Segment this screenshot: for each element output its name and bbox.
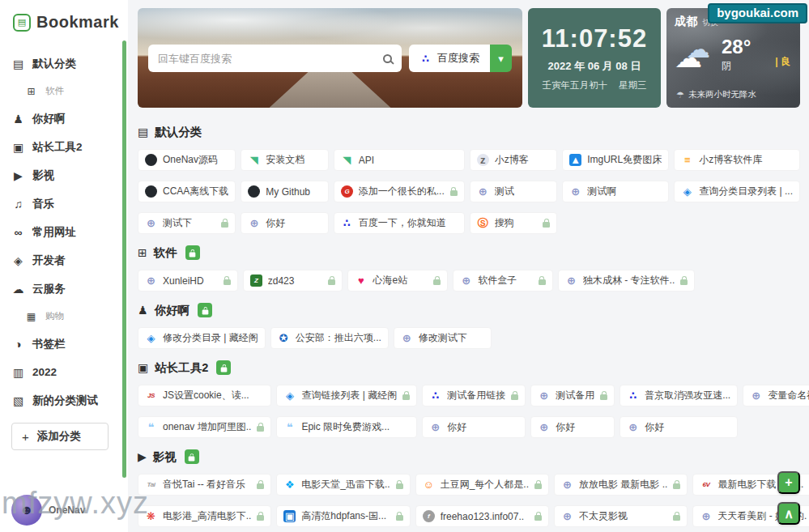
bookmark-card[interactable]: f freehao123.info07.. bbox=[415, 505, 549, 527]
bookmark-card[interactable]: ⊕ 你好 bbox=[620, 416, 738, 438]
sidebar-item-developers[interactable]: ◈ 开发者 bbox=[11, 246, 120, 275]
sidebar-item-common-sites[interactable]: ∞ 常用网址 bbox=[11, 218, 120, 246]
bookmark-card[interactable]: ⊕ 你好 bbox=[530, 416, 615, 438]
sidebar-item-webmaster-tools-2[interactable]: ▣ 站长工具2 bbox=[11, 133, 120, 161]
clock-lunar-date: 壬寅年五月初十 bbox=[543, 79, 608, 92]
sidebar-item-movies[interactable]: ▶ 影视 bbox=[11, 161, 120, 189]
bookmark-card[interactable]: OneNav源码 bbox=[138, 149, 236, 171]
bookmark-title: 修改分类目录 | 藏经阁 bbox=[163, 331, 258, 345]
bookmark-card[interactable]: JS JS设置cookie、读... bbox=[138, 385, 271, 406]
bookmark-card[interactable]: G 添加一个很长的私... bbox=[334, 181, 465, 202]
globe-favicon-icon: ⊕ bbox=[569, 185, 581, 198]
bookmark-card[interactable]: ❝ Epic 限时免费游戏... bbox=[276, 416, 417, 438]
search-box bbox=[148, 45, 402, 72]
engine-button[interactable]: ∴ 百度搜索 bbox=[409, 45, 490, 72]
bookmark-card[interactable]: ∴ 百度一下，你就知道 bbox=[334, 212, 465, 234]
heart-favicon-icon: ♥ bbox=[355, 275, 367, 287]
bookmark-card[interactable]: ⊕ 测试备用 bbox=[530, 385, 615, 406]
bookmark-card[interactable]: ▲ ImgURL免费图床 bbox=[562, 149, 669, 171]
bookmark-card[interactable]: ⊕ 测试下 bbox=[138, 212, 236, 234]
cart-icon: ▦ bbox=[24, 311, 38, 322]
diamond-favicon-icon: ◈ bbox=[145, 332, 157, 344]
bookmark-title: 测试啊 bbox=[587, 185, 662, 198]
bookmark-card[interactable]: ⊕ 放放电影 最新电影 .. bbox=[554, 474, 688, 496]
bookmark-card[interactable]: ⊕ 你好 bbox=[241, 212, 328, 234]
private-lock-icon bbox=[433, 276, 441, 285]
bookmark-card[interactable]: ∴ 普京取消强攻亚速... bbox=[620, 385, 738, 406]
bookmark-title: CCAA离线下载 bbox=[163, 185, 228, 198]
globe-favicon-icon: ⊕ bbox=[538, 421, 550, 433]
engine-dropdown-button[interactable]: ▾ bbox=[490, 45, 512, 72]
weather-condition: 阴 bbox=[722, 59, 751, 73]
bookmark-card[interactable]: ◥ 安装文档 bbox=[241, 149, 328, 171]
weather-forecast-text: 未来两小时无降水 bbox=[688, 89, 756, 100]
sidebar-item-default[interactable]: ▤ 默认分类 bbox=[11, 49, 120, 78]
bookmark-card[interactable]: ◈ 修改分类目录 | 藏经阁 bbox=[138, 327, 266, 349]
bookmark-card[interactable]: ⊕ 软件盒子 bbox=[453, 270, 553, 292]
bookmark-title: 土豆网_每个人都是.. bbox=[441, 478, 529, 492]
sidebar-item-shopping[interactable]: ▦ 购物 bbox=[11, 303, 120, 330]
bookmark-card[interactable]: ⊕ 测试啊 bbox=[562, 181, 669, 202]
link-grid: Tai 音悦Tai -- 看好音乐 ❖ 电影天堂_迅雷下载.. ☺ 土豆网_每个… bbox=[138, 474, 800, 527]
sidebar-item-bookmarks-bar[interactable]: ◑ 书签栏 bbox=[11, 330, 120, 358]
sections: ▤ 默认分类 OneNav源码 ◥ 安装文档 ◥ API z 小z博客 ▲ Im… bbox=[138, 125, 800, 527]
bookmark-card[interactable]: ⊕ 修改测试下 bbox=[394, 327, 492, 349]
sidebar-scrollbar-thumb[interactable] bbox=[122, 40, 126, 478]
bookmark-card[interactable]: ❖ 电影天堂_迅雷下载.. bbox=[276, 474, 410, 496]
engine-label: 百度搜索 bbox=[437, 51, 479, 66]
watermark-bottom-left: mfzyw.xyz bbox=[2, 486, 149, 521]
zblog-favicon-icon: z bbox=[477, 154, 489, 166]
bookmark-card[interactable]: ⊕ 变量命名神器 bbox=[743, 385, 809, 406]
bookmark-title: 变量命名神器 bbox=[768, 389, 809, 402]
back-to-top-fab[interactable]: ∧ bbox=[777, 502, 800, 525]
private-lock-icon bbox=[224, 276, 231, 285]
bookmark-card[interactable]: ☺ 土豆网_每个人都是.. bbox=[415, 474, 549, 496]
sidebar-item-music[interactable]: ♫ 音乐 bbox=[11, 189, 120, 218]
add-link-fab[interactable]: + bbox=[777, 471, 800, 494]
category-title: 你好啊 bbox=[155, 303, 190, 318]
private-lock-icon bbox=[673, 512, 680, 521]
penguin-icon: ♟ bbox=[138, 304, 148, 317]
umbrella-icon: ☂ bbox=[676, 90, 684, 100]
tudou-favicon-icon: ☺ bbox=[423, 479, 435, 491]
bookmark-card[interactable]: ❝ onenav 增加阿里图.. bbox=[138, 416, 271, 438]
add-category-button[interactable]: + 添加分类 bbox=[11, 423, 109, 450]
bookmark-card[interactable]: ◈ 查询链接列表 | 藏经阁 bbox=[276, 385, 417, 406]
search-icon[interactable] bbox=[383, 54, 392, 63]
category-lock-badge bbox=[185, 449, 199, 464]
bookmark-card[interactable]: ⊕ 测试 bbox=[470, 181, 557, 202]
search-input[interactable] bbox=[158, 53, 377, 65]
bookmark-card[interactable]: ⊕ 你好 bbox=[422, 416, 526, 438]
bookmark-card[interactable]: Z zd423 bbox=[243, 270, 343, 292]
bookmark-card[interactable]: ◥ API bbox=[334, 149, 465, 171]
private-lock-icon bbox=[328, 276, 335, 285]
sidebar-item-new-category-test[interactable]: ▧ 新的分类测试 bbox=[11, 386, 120, 415]
category-section: ⊞ 软件 ⊕ XunleiHD Z zd423 ♥ 心海e站 ⊕ 软件盒子 ⊕ … bbox=[138, 245, 800, 292]
bookmark-card[interactable]: ◈ 查询分类目录列表 | ... bbox=[674, 181, 800, 202]
sidebar-item-2022[interactable]: ▥ 2022 bbox=[11, 358, 120, 386]
bookmark-title: 测试下 bbox=[163, 216, 215, 230]
sidebar-item-software[interactable]: ⊞ 软件 bbox=[11, 78, 120, 104]
bookmark-card[interactable]: Tai 音悦Tai -- 看好音乐 bbox=[138, 474, 271, 496]
bookmark-card[interactable]: z 小z博客 bbox=[470, 149, 557, 171]
penguin-icon: ♟ bbox=[11, 113, 25, 126]
sidebar-item-hello[interactable]: ♟ 你好啊 bbox=[11, 104, 120, 133]
bookmark-card[interactable]: Ⓢ 搜狗 bbox=[470, 212, 557, 234]
sidebar-item-cloud-services[interactable]: ☁ 云服务 bbox=[11, 275, 120, 303]
bookmark-card[interactable]: ⊕ 独木成林 - 专注软件.. bbox=[558, 270, 695, 292]
developer-icon: ◈ bbox=[11, 254, 25, 267]
bookmark-card[interactable]: My Github bbox=[241, 181, 328, 202]
bookmark-title: 独木成林 - 专注软件.. bbox=[583, 274, 675, 287]
bookmark-card[interactable]: ⊕ 不太灵影视 bbox=[554, 505, 688, 527]
bookmark-card[interactable]: ▣ 高清范hdpfans-国... bbox=[276, 505, 410, 527]
bookmark-card[interactable]: ⊕ XunleiHD bbox=[138, 270, 238, 292]
bookmark-card[interactable]: ♥ 心海e站 bbox=[347, 270, 448, 292]
bookmark-title: 公安部：推出六项... bbox=[296, 331, 381, 345]
zd423-favicon-icon: Z bbox=[250, 275, 262, 287]
bookmark-card[interactable]: ❋ 电影港_高清电影下.. bbox=[138, 505, 271, 527]
lock-icon bbox=[220, 367, 227, 372]
bookmark-card[interactable]: CCAA离线下载 bbox=[138, 181, 236, 202]
bookmark-card[interactable]: ∴ 测试备用链接 bbox=[422, 385, 526, 406]
bookmark-card[interactable]: ✪ 公安部：推出六项... bbox=[270, 327, 389, 349]
bookmark-card[interactable]: ≡ 小z博客软件库 bbox=[674, 149, 800, 171]
